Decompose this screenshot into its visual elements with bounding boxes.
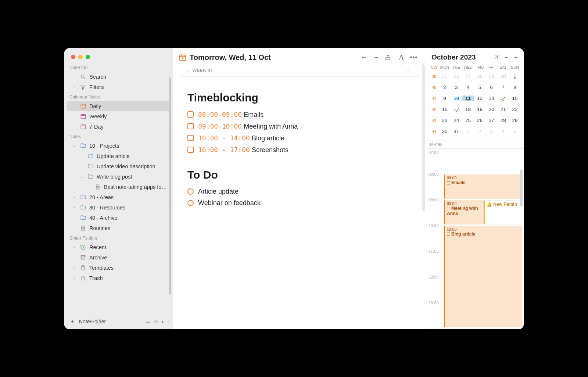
search-row[interactable]: Search <box>67 72 171 82</box>
calendar-day[interactable]: 27 <box>485 118 497 123</box>
calendar-day[interactable]: 1 <box>509 73 521 79</box>
sidebar-item-daily[interactable]: Daily <box>67 101 171 111</box>
calendar-day[interactable]: 4 <box>462 85 474 90</box>
sidebar-item-archive[interactable]: Archive <box>67 252 171 263</box>
calendar-day[interactable]: 27 <box>462 73 474 79</box>
calendar-day[interactable]: 11 <box>462 96 474 101</box>
more-icon[interactable]: ••• <box>410 54 418 61</box>
calendar-day[interactable]: 29 <box>509 118 521 123</box>
bullet-icon[interactable] <box>187 200 194 206</box>
add-note-folder-button[interactable]: Note/Folder <box>79 319 106 324</box>
calendar-day[interactable]: 9 <box>439 96 451 101</box>
calendar-day[interactable]: 15 <box>509 96 521 101</box>
calendar-day[interactable]: 7 <box>497 85 509 90</box>
calendar-day[interactable]: 5 <box>474 85 486 90</box>
calendar-day[interactable]: 2 <box>474 129 486 134</box>
calendar-day[interactable]: 23 <box>439 118 451 123</box>
font-icon[interactable]: A <box>397 53 405 61</box>
maximize-window-button[interactable] <box>86 55 90 59</box>
task-line[interactable]: 09:00-10:00 Meeting with Anna <box>187 122 411 130</box>
calendar-day[interactable]: 22 <box>509 107 521 112</box>
allday-row[interactable]: all-day <box>426 140 524 149</box>
timeline-scrollbar[interactable] <box>520 169 523 206</box>
next-month-button[interactable]: → <box>513 54 519 60</box>
calendar-day[interactable]: 3 <box>451 85 462 90</box>
arrow-right-icon[interactable]: → <box>405 68 410 73</box>
calendar-day[interactable]: 28 <box>497 118 509 123</box>
calendar-day[interactable]: 13 <box>485 96 497 101</box>
calendar-day[interactable]: 26 <box>451 73 462 79</box>
calendar-day[interactable]: 24 <box>451 118 462 123</box>
sidebar-item[interactable]: 40 - Archive <box>67 213 171 223</box>
checkbox-icon[interactable] <box>187 135 194 141</box>
sidebar-item-templates[interactable]: ›Templates <box>67 263 171 273</box>
task-line[interactable]: 10:00 - 14:00 Blog article <box>187 134 411 142</box>
checkbox-icon[interactable] <box>187 123 194 129</box>
checkbox-icon[interactable] <box>187 147 194 153</box>
nav-forward-button[interactable]: → <box>372 54 380 61</box>
calendar-day[interactable]: 2 <box>439 85 451 90</box>
sidebar-item[interactable]: ›20 - Areas <box>67 192 171 202</box>
calendar-event[interactable]: 10:00Blog article <box>444 226 522 327</box>
timeline[interactable]: 07:0008:0009:0010:0011:0012:0013:0008:00… <box>426 149 524 329</box>
todo-line[interactable]: Webinar on feedback <box>187 199 411 207</box>
sidebar-scrollbar[interactable] <box>169 78 171 294</box>
sidebar-item-trash[interactable]: ›Trash <box>67 273 171 283</box>
calendar-day[interactable]: 31 <box>451 129 462 134</box>
main-scrollbar[interactable] <box>422 64 425 211</box>
close-window-button[interactable] <box>71 55 75 59</box>
sidebar-item-recent[interactable]: ›Recent <box>67 242 171 252</box>
calendar-day[interactable]: 4 <box>497 129 509 134</box>
prev-month-button[interactable]: ← <box>504 54 509 60</box>
nav-back-button[interactable]: ← <box>360 54 368 61</box>
calendar-day[interactable]: 14 <box>497 96 509 101</box>
filters-row[interactable]: › Filters <box>67 82 171 92</box>
task-line[interactable]: 08:00-09:00 Emails <box>187 111 411 119</box>
calendar-day[interactable]: 30 <box>497 73 509 79</box>
calendar-day[interactable]: 5 <box>509 129 521 134</box>
calendar-day[interactable]: 17 <box>451 107 462 112</box>
week-number[interactable]: 40 <box>429 85 439 90</box>
sidebar-item[interactable]: ⌄10 - Projects <box>67 141 171 151</box>
collapse-left-icon[interactable]: ‹ <box>162 319 164 324</box>
calendar-day[interactable]: 19 <box>474 107 486 112</box>
calendar-day[interactable]: 25 <box>462 118 474 123</box>
calendar-day[interactable]: 1 <box>462 129 474 134</box>
share-icon[interactable] <box>385 54 393 61</box>
collapse-right-icon[interactable]: › <box>167 319 169 324</box>
calendar-day[interactable]: 18 <box>462 107 474 112</box>
week-bar[interactable]: › WEEK 41 → <box>179 65 420 77</box>
minimize-window-button[interactable] <box>78 55 83 59</box>
checkbox-icon[interactable] <box>187 111 194 118</box>
week-number[interactable]: 41 <box>429 96 439 101</box>
cloud-icon[interactable]: ☁ <box>145 319 150 324</box>
calendar-day[interactable]: 12 <box>474 96 486 101</box>
todo-line[interactable]: Article update <box>187 188 411 195</box>
calendar-day[interactable]: 10 <box>451 96 462 101</box>
calendar-day[interactable]: 25 <box>439 73 451 79</box>
week-number[interactable]: 42 <box>429 107 439 112</box>
calendar-day[interactable]: 30 <box>439 129 451 134</box>
sidebar-item-weekly[interactable]: Weekly <box>67 111 171 122</box>
calendar-day[interactable]: 3 <box>485 129 497 134</box>
calendar-day[interactable]: 29 <box>485 73 497 79</box>
gear-icon[interactable] <box>495 54 500 60</box>
sidebar-item[interactable]: Update article <box>67 151 171 161</box>
calendar-day[interactable]: 28 <box>474 73 486 79</box>
sidebar-item[interactable]: Routines <box>67 223 171 233</box>
calendar-event[interactable]: 08:00Emails <box>444 175 522 199</box>
note-content[interactable]: Timeblocking 08:00-09:00 Emails09:00-10:… <box>173 77 426 211</box>
sidebar-item[interactable]: Best note-taking apps for... <box>67 182 171 192</box>
week-number[interactable]: 43 <box>429 118 439 123</box>
calendar-day[interactable]: 26 <box>474 118 486 123</box>
sidebar-item-7-day[interactable]: 7-Day <box>67 122 171 132</box>
task-line[interactable]: 16:00 - 17:00 Screenshots <box>187 146 411 154</box>
sidebar-item[interactable]: Update video description <box>67 161 171 172</box>
calendar-event[interactable]: 🔔 New Remin <box>484 200 522 225</box>
bullet-icon[interactable] <box>187 188 194 195</box>
week-number[interactable]: 44 <box>429 129 439 134</box>
calendar-day[interactable]: 21 <box>497 107 509 112</box>
calendar-day[interactable]: 8 <box>509 85 521 90</box>
sidebar-item[interactable]: ⌄Write blog post <box>67 172 171 182</box>
calendar-event[interactable]: 09:00Meeting with Anna <box>444 200 484 225</box>
